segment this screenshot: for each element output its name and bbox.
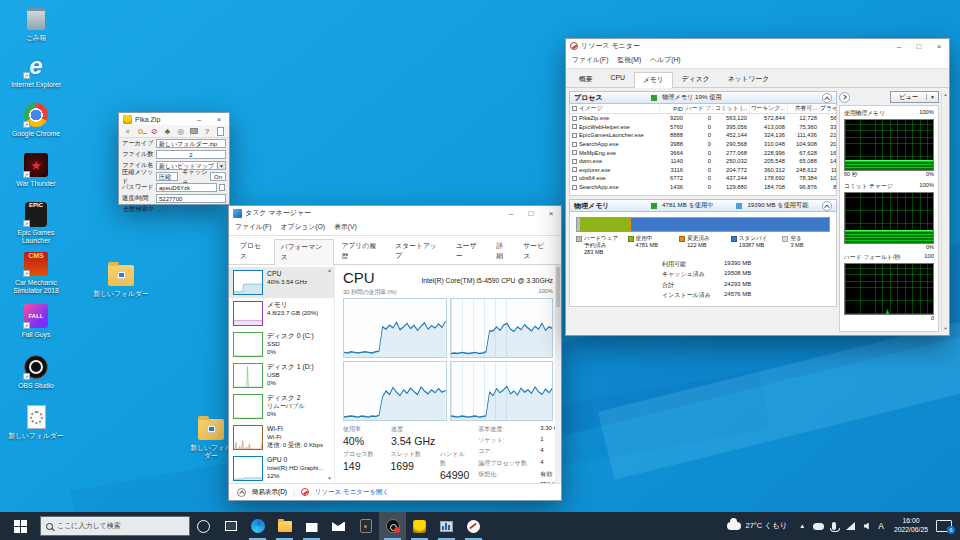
minimize-button[interactable]: –: [189, 113, 209, 125]
menu-file[interactable]: ファイル(F): [572, 55, 609, 65]
process-row[interactable]: dwm.exe11400250,032205,54865,088140,460: [570, 157, 836, 166]
desktop-icon-google-chrome[interactable]: ↗ Google Chrome: [7, 102, 65, 138]
tab-app-history[interactable]: アプリの履歴: [334, 238, 388, 264]
tab-services[interactable]: サービス: [516, 238, 557, 264]
ime-indicator[interactable]: A: [874, 521, 888, 531]
desktop-icon-obs-studio[interactable]: ↗ OBS Studio: [7, 354, 65, 390]
start-button[interactable]: [0, 512, 40, 540]
taskbar-pikazip-button[interactable]: [406, 512, 433, 540]
taskmgr-scrollbar[interactable]: [555, 265, 561, 483]
taskbar-taskmgr-button[interactable]: [433, 512, 460, 540]
maximize-button[interactable]: □: [909, 39, 929, 53]
menu-monitor[interactable]: 監視(M): [618, 55, 642, 65]
action-center-button[interactable]: 6: [936, 520, 952, 532]
minimize-button[interactable]: –: [501, 206, 521, 220]
tab-users[interactable]: ユーザー: [449, 238, 489, 264]
desktop-icon-fall-guys[interactable]: FALL↗ Fall Guys: [7, 303, 65, 339]
taskbar-explorer-button[interactable]: [271, 512, 298, 540]
taskbar-mail-button[interactable]: [325, 512, 352, 540]
minimize-button[interactable]: –: [889, 39, 909, 53]
process-row[interactable]: explorer.exe31160204,772360,312248,61211…: [570, 166, 836, 175]
sidebar-item-disk0[interactable]: ディスク 0 (C:)SSD0%: [229, 329, 334, 360]
tab-details[interactable]: 詳細: [489, 238, 516, 264]
microphone-tray-icon[interactable]: [828, 512, 841, 540]
taskmgr-titlebar[interactable]: タスク マネージャー – □ ×: [229, 206, 561, 220]
desktop-icon-new-file[interactable]: 新しいフォルダー: [7, 404, 65, 440]
key-tool-icon[interactable]: [136, 126, 145, 136]
sidebar-scroll-down-icon[interactable]: ▼: [327, 475, 332, 481]
menu-view[interactable]: 表示(V): [334, 222, 357, 232]
tab-network[interactable]: ネットワーク: [719, 71, 779, 87]
scroll-up-icon[interactable]: ▲: [942, 91, 949, 98]
tab-disk[interactable]: ディスク: [673, 71, 719, 87]
taskbar-search-input[interactable]: ここに入力して検索: [40, 516, 190, 536]
file-count-field[interactable]: 2: [156, 150, 226, 159]
process-table-header[interactable]: イメージ PID ハード フ... コミット (... ワーキング... 共有可…: [570, 104, 836, 114]
resmon-scrollbar[interactable]: ▲ ▼: [941, 91, 948, 332]
desktop-icon-epic-games[interactable]: EPIC↗ Epic Games Launcher: [7, 201, 65, 245]
tab-processes[interactable]: プロセス: [233, 238, 274, 264]
sidebar-scroll-up-icon[interactable]: ▲: [327, 267, 332, 273]
taskbar-resmon-button[interactable]: [460, 512, 487, 540]
taskbar-weather-widget[interactable]: 27°C くもり: [720, 512, 794, 540]
process-row[interactable]: MsMpEng.exe36640277,068228,99667,628161,…: [570, 148, 836, 157]
speaker-tray-icon[interactable]: [860, 512, 873, 540]
tab-performance[interactable]: パフォーマンス: [274, 239, 335, 265]
collapse-section-icon[interactable]: [822, 93, 832, 103]
taskbar-obs-button[interactable]: [379, 512, 406, 540]
help-tool-icon[interactable]: ?: [203, 126, 212, 136]
taskbar-cortana-button[interactable]: [190, 512, 217, 540]
simple-view-link[interactable]: 簡易表示(D): [252, 488, 287, 497]
sidebar-item-gpu[interactable]: GPU 0Intel(R) HD Graphi...12%: [229, 453, 334, 483]
maximize-button[interactable]: □: [521, 206, 541, 220]
menu-options[interactable]: オプション(O): [281, 222, 326, 232]
process-row[interactable]: EpicGamesLauncher.exe88880452,144324,136…: [570, 131, 836, 140]
process-row[interactable]: SearchApp.exe14360129,880184,70896,87687…: [570, 183, 836, 192]
close-button[interactable]: ×: [209, 113, 229, 125]
taskbar-task-view-button[interactable]: [217, 512, 244, 540]
process-row[interactable]: obs64.exe67720437,244178,69278,384100,30…: [570, 174, 836, 183]
speed-field[interactable]: 5227700: [156, 194, 226, 203]
checkbox[interactable]: [572, 106, 577, 111]
sidebar-item-disk2[interactable]: ディスク 2リムーバブル0%: [229, 391, 334, 422]
desktop-icon-new-folder[interactable]: 新しいフォルダー: [92, 262, 150, 298]
note-tool-icon[interactable]: [216, 126, 225, 136]
view-dropdown-button[interactable]: ビュー ▼: [890, 91, 939, 103]
taskbar-epic-button[interactable]: E: [352, 512, 379, 540]
collapse-section-icon[interactable]: [822, 201, 832, 211]
memory-section-header[interactable]: 物理メモリ 4781 MB を使用中 19390 MB を使用可能: [569, 199, 837, 212]
menu-help[interactable]: ヘルプ(H): [650, 55, 680, 65]
card-tool-icon[interactable]: [189, 126, 198, 136]
taskbar-edge-button[interactable]: [244, 512, 271, 540]
show-hidden-icons-button[interactable]: ▲: [794, 523, 810, 529]
method-field[interactable]: 圧縮: [156, 172, 178, 181]
tab-cpu[interactable]: CPU: [602, 71, 634, 87]
resmon-titlebar[interactable]: リソース モニター – □ ×: [566, 39, 949, 53]
cache-field[interactable]: On: [210, 172, 226, 181]
expand-panel-icon[interactable]: [839, 92, 850, 103]
desktop-icon-recycle-bin[interactable]: ごみ箱: [7, 6, 65, 42]
open-resource-monitor-link[interactable]: リソース モニターを開く: [315, 488, 390, 497]
password-field[interactable]: apeuD6Yzk: [156, 183, 217, 192]
sidebar-item-memory[interactable]: メモリ4.8/23.7 GB (20%): [229, 298, 334, 329]
menu-file[interactable]: ファイル(F): [235, 222, 272, 232]
taskbar-clock[interactable]: 16:00 2022/06/25: [888, 517, 934, 535]
process-row[interactable]: PikaZip.exe92000563,120572,84412,728560,…: [570, 114, 836, 123]
dictionary-tool-icon[interactable]: ♣: [163, 126, 172, 136]
process-row[interactable]: EpicWebHelper.exe57600395,056413,00875,3…: [570, 123, 836, 132]
process-row[interactable]: SearchApp.exe39880290,568310,048104,9082…: [570, 140, 836, 149]
bruteforce-tool-icon[interactable]: ◎: [176, 126, 185, 136]
dropdown-arrow-icon[interactable]: ▼: [218, 161, 226, 170]
process-section-header[interactable]: プロセス 物理メモリ 19% 使用: [569, 91, 837, 104]
tab-startup[interactable]: スタートアップ: [388, 238, 449, 264]
pikazip-titlebar[interactable]: Pika Zip – ×: [119, 113, 229, 125]
desktop-icon-car-mechanic[interactable]: CMS↗ Car Mechanic Simulator 2018: [7, 251, 65, 295]
tab-overview[interactable]: 概要: [570, 71, 602, 87]
onedrive-tray-icon[interactable]: [812, 512, 825, 540]
archive-field[interactable]: 新しいフォルダー.zip: [156, 139, 226, 148]
desktop-icon-war-thunder[interactable]: ★↗ War Thunder: [7, 152, 65, 188]
sidebar-item-disk1[interactable]: ディスク 1 (D:)USB0%: [229, 360, 334, 391]
close-button[interactable]: ×: [541, 206, 561, 220]
copy-password-icon[interactable]: [217, 183, 226, 193]
sidebar-item-cpu[interactable]: CPU40% 3.54 GHz: [229, 267, 334, 298]
